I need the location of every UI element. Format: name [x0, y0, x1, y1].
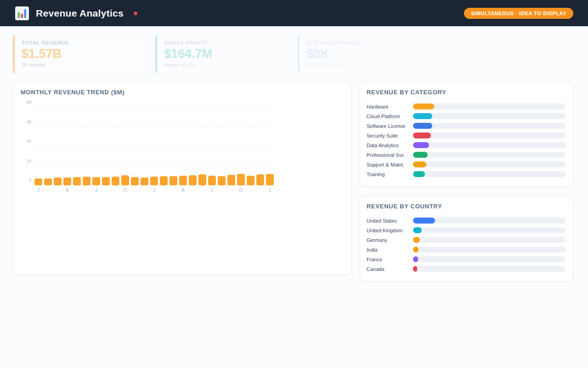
kpi-card: TOTAL REVENUE $1.57B 25 months: [13, 34, 149, 74]
trend-bar-cell: [188, 175, 198, 185]
y-tick-label: 45: [20, 120, 31, 124]
hbar-label: United Kingdom: [367, 228, 413, 233]
trend-bar-cell: [130, 177, 140, 185]
hbar-label: Hardware: [367, 104, 413, 109]
x-tick-label: [140, 188, 149, 193]
x-tick-label: [72, 188, 82, 193]
hbar-track: [413, 113, 565, 119]
revenue-by-country-panel: REVENUE BY COUNTRY United States United …: [360, 196, 573, 282]
x-tick-label: [188, 188, 198, 193]
trend-bar: [160, 176, 168, 185]
hbar-track: [413, 247, 565, 253]
hbar-row: Training: [367, 169, 565, 179]
hbar-fill: [413, 218, 435, 224]
x-tick-label: [53, 188, 62, 193]
content-row: MONTHLY REVENUE TREND ($M) 015304560 JAJ…: [13, 82, 575, 282]
kpi-subtitle: 25 months: [22, 62, 142, 68]
hbar-label: Security Suite: [367, 133, 413, 138]
hbar-track: [413, 161, 565, 167]
hbar-track: [413, 256, 565, 262]
trend-bar: [237, 174, 245, 185]
trend-bar-cell: [53, 178, 62, 185]
y-tick-label: 30: [20, 139, 31, 144]
hbar-fill: [413, 266, 417, 272]
trend-bar-cell: [236, 174, 246, 185]
trend-bar: [247, 176, 254, 185]
x-tick-label: [43, 188, 53, 193]
x-tick-label: J: [149, 188, 159, 193]
hbar-track: [413, 266, 565, 272]
trend-bar: [208, 176, 216, 185]
trend-bar-cell: [120, 175, 130, 185]
category-panel-title: REVENUE BY CATEGORY: [367, 89, 565, 96]
x-tick-label: J: [34, 188, 43, 193]
x-tick-label: [82, 188, 91, 193]
hbar-row: Data Analytics: [367, 140, 565, 150]
x-tick-label: A: [62, 188, 72, 193]
hbar-label: Professional Svc: [367, 152, 413, 158]
trend-bar-cell: [111, 177, 120, 185]
hbar-row: France: [367, 254, 565, 264]
hbar-label: Support & Maint.: [367, 162, 413, 167]
hbar-label: United States: [367, 218, 413, 224]
hbar-label: Germany: [367, 237, 413, 243]
trend-bar-cell: [140, 178, 149, 185]
trend-bar: [198, 174, 206, 185]
y-tick-label: 0: [20, 178, 31, 183]
trend-bar: [121, 175, 129, 185]
trend-bars: [34, 107, 275, 185]
hbar-label: Cloud Platform: [367, 114, 413, 119]
trend-bar-cell: [178, 176, 188, 185]
hbar-fill: [413, 113, 432, 119]
monthly-revenue-trend-card: MONTHLY REVENUE TREND ($M) 015304560 JAJ…: [13, 82, 351, 275]
trend-bar-cell: [207, 176, 217, 185]
hbar-row: United States: [367, 216, 565, 225]
hbar-row: Canada: [367, 264, 565, 274]
hbar-label: Training: [367, 172, 413, 177]
bar-chart-logo-icon: [15, 6, 29, 20]
trend-bar: [102, 177, 110, 185]
revenue-by-category-panel: REVENUE BY CATEGORY Hardware Cloud Platf…: [360, 82, 573, 187]
hbar-row: Hardware: [367, 102, 565, 111]
hbar-track: [413, 123, 565, 129]
right-column: REVENUE BY CATEGORY Hardware Cloud Platf…: [360, 82, 573, 282]
x-tick-label: [226, 188, 236, 193]
x-tick-label: J: [207, 188, 217, 193]
kpi-value: $8K: [306, 47, 427, 61]
hbar-track: [413, 152, 565, 158]
trend-bar-cell: [149, 177, 159, 185]
trend-bar-cell: [91, 177, 101, 185]
x-tick-label: [169, 188, 178, 193]
x-tick-label: [246, 188, 255, 193]
trend-bar-cell: [82, 177, 91, 185]
trend-bar: [266, 174, 274, 185]
trend-bar: [112, 177, 119, 185]
trend-bar: [141, 178, 148, 185]
trend-bar: [150, 177, 158, 185]
hbar-row: Software License: [367, 121, 565, 131]
trend-x-axis: JAJOJAJOJ: [34, 188, 275, 193]
trend-bar-cell: [217, 176, 226, 185]
kpi-value: $1.57B: [22, 47, 142, 61]
x-tick-label: O: [236, 188, 246, 193]
header-badge: SIMULTANEOUS · IDEA TO DISPLAY: [464, 8, 573, 19]
hbar-label: France: [367, 257, 413, 262]
hbar-row: Professional Svc: [367, 150, 565, 160]
hbar-row: Cloud Platform: [367, 111, 565, 121]
x-tick-label: [111, 188, 120, 193]
kpi-label: TOTAL REVENUE: [22, 40, 142, 46]
x-tick-label: O: [120, 188, 130, 193]
kpi-card: AVG ORDER VALUE $8K 196,250 orders: [298, 34, 434, 74]
trend-bar-cell: [246, 176, 255, 185]
hbar-track: [413, 104, 565, 109]
x-tick-label: [255, 188, 265, 193]
country-rows: United States United Kingdom Germany Ind…: [367, 216, 565, 274]
kpi-row: TOTAL REVENUE $1.57B 25 months GROSS PRO…: [13, 34, 575, 74]
hbar-track: [413, 218, 565, 224]
x-tick-label: A: [178, 188, 188, 193]
hbar-fill: [413, 123, 432, 129]
kpi-label: AVG ORDER VALUE: [306, 40, 427, 46]
trend-plot: 015304560: [34, 107, 275, 185]
trend-bar: [63, 178, 71, 185]
hbar-fill: [413, 104, 434, 109]
